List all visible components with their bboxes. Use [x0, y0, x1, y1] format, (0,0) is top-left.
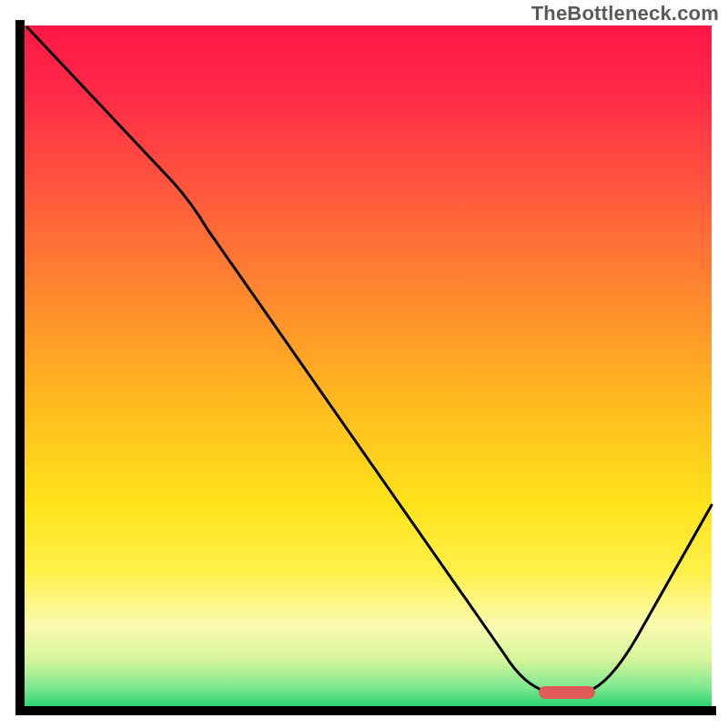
bottleneck-chart — [0, 0, 728, 728]
watermark-text: TheBottleneck.com — [531, 2, 719, 25]
y-axis — [15, 20, 25, 713]
gradient-background — [22, 25, 712, 708]
optimal-marker — [539, 686, 595, 699]
x-axis — [15, 706, 716, 715]
chart-container: TheBottleneck.com — [0, 0, 728, 728]
